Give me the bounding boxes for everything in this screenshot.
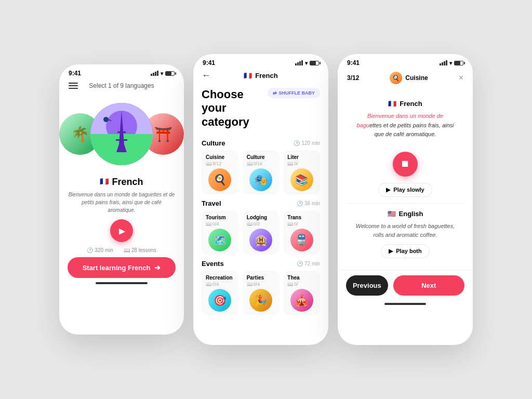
cat-name-parties: Parties — [247, 275, 275, 281]
p2-top: Choose your category ⇄ SHUFFLE BABY — [193, 84, 328, 135]
section-title-culture: Culture — [202, 139, 225, 147]
category-card-parties[interactable]: Parties 📖 0/4 🎉 — [243, 271, 280, 315]
language-desc-1: Bienvenue dans un monde de baguettes et … — [68, 191, 176, 214]
record-button[interactable] — [393, 152, 418, 177]
wifi-icon-1: ▾ — [161, 71, 163, 76]
signal-icon-2 — [295, 60, 303, 65]
status-icons-3: ▾ — [440, 60, 463, 66]
cat-name-tourism: Tourism — [206, 215, 234, 220]
phone-1: 9:41 ▾ Select 1 of 9 languages 🌴 — [59, 64, 184, 335]
french-section: 🇫🇷 French Bienvenue dans un monde de bag… — [346, 94, 464, 145]
cat-img-parties: 🎉 — [249, 289, 272, 312]
english-flag-row: 🇺🇸 English — [354, 210, 456, 218]
back-button[interactable]: ← — [202, 70, 211, 81]
cat-count-recreation: 📖 0/4 — [206, 282, 234, 287]
shuffle-label: SHUFFLE BABY — [279, 90, 315, 96]
language-carousel: 🌴 — [59, 98, 184, 170]
language-name-1: French — [112, 177, 143, 188]
cat-count-tourism: 📖 0/4 — [206, 221, 234, 227]
play-slowly-icon: ▶ — [386, 187, 390, 193]
play-button-1[interactable] — [110, 219, 133, 242]
battery-icon-1 — [165, 71, 175, 76]
start-learning-button[interactable]: Start learning French ➔ — [68, 257, 176, 278]
signal-icon-3 — [440, 60, 447, 65]
book-icon-1: 📖 — [124, 247, 130, 253]
section-title-travel: Travel — [202, 200, 221, 207]
arrow-icon: ➔ — [154, 263, 161, 272]
play-both-button[interactable]: ▶ Play both — [381, 244, 430, 258]
section-time-travel: 🕐 38 min — [297, 201, 320, 206]
cat-img-recreation: 🎯 — [208, 289, 231, 312]
choose-line2: your category — [202, 101, 249, 128]
cat-count-trans: 📖 0/ — [287, 221, 316, 227]
status-bar-3: 9:41 ▾ — [338, 54, 473, 69]
cat-count-lodging: 📖 0/2 — [247, 221, 275, 227]
play-both-icon: ▶ — [389, 248, 393, 255]
signal-icon-1 — [151, 71, 158, 76]
p1-title: Select 1 of 9 languages — [89, 82, 154, 89]
french-normal: ettes et de petits pains frais, ainsi qu… — [369, 122, 454, 138]
category-avatar: 🍳 — [390, 72, 402, 84]
p1-header: Select 1 of 9 languages — [59, 79, 184, 94]
category-card-culture[interactable]: Culture 📖 0/16 🎭 — [243, 150, 280, 194]
time-3: 9:41 — [347, 59, 360, 66]
p2-flag: 🇫🇷 — [244, 72, 252, 79]
category-card-tourism[interactable]: Tourism 📖 0/4 🗺️ — [202, 210, 238, 255]
section-time-events: 🕐 72 min — [297, 261, 320, 267]
home-indicator-1 — [96, 282, 148, 284]
phone-3: 9:41 ▾ 3/12 🍳 Cuisine × — [338, 54, 473, 345]
previous-button[interactable]: Previous — [346, 275, 388, 296]
cat-img-tourism: 🗺️ — [208, 229, 231, 251]
section-culture: Culture 🕐 120 min — [202, 139, 320, 147]
shuffle-button[interactable]: ⇄ SHUFFLE BABY — [268, 88, 321, 98]
category-card-cuisine[interactable]: Cuisine 📖 8/12 🍳 — [202, 150, 238, 194]
p2-language: French — [255, 72, 277, 79]
next-button[interactable]: Next — [393, 275, 464, 296]
p2-lang: 🇫🇷 French — [244, 72, 277, 79]
category-card-thea[interactable]: Thea 📖 0/ 🎪 — [283, 271, 320, 315]
english-label-3: English — [399, 210, 423, 218]
choose-row: Choose your category ⇄ SHUFFLE BABY — [202, 88, 320, 129]
category-card-trans[interactable]: Trans 📖 0/ 🚆 — [283, 210, 320, 255]
cat-img-trans: 🚆 — [290, 229, 313, 251]
cat-name-liter: Liter — [287, 154, 316, 160]
time-1: 9:41 — [69, 70, 81, 77]
categories-scroll[interactable]: Culture 🕐 120 min Cuisine 📖 8/12 🍳 Cultu… — [193, 135, 328, 345]
choose-line1: Choose — [202, 88, 244, 101]
cat-img-thea: 🎪 — [290, 289, 313, 312]
clock-icon-1: 🕐 — [87, 247, 93, 253]
battery-icon-3 — [454, 61, 463, 65]
section-divider — [346, 203, 464, 204]
play-slowly-label: Play slowly — [393, 187, 424, 193]
language-info: 🇫🇷 French Bienvenue dans un monde de bag… — [59, 175, 184, 214]
cat-img-culture: 🎭 — [249, 168, 272, 191]
french-text: Bienvenue dans un monde de baguettes et … — [354, 112, 456, 139]
start-btn-label: Start learning French — [83, 264, 151, 272]
cat-img-liter: 📚 — [290, 168, 313, 191]
category-card-liter[interactable]: Liter 📖 0/ 📚 — [283, 150, 320, 194]
english-section: 🇺🇸 English Welcome to a world of fresh b… — [346, 210, 464, 244]
status-icons-1: ▾ — [151, 71, 175, 76]
cat-count-cuisine: 📖 8/12 — [206, 161, 234, 166]
cat-count-liter: 📖 0/ — [287, 161, 316, 166]
section-title-events: Events — [202, 260, 224, 268]
choose-title: Choose your category — [202, 88, 268, 129]
choose-title-text: Choose your category — [202, 88, 268, 129]
p3-category: 🍳 Cuisine — [390, 72, 428, 84]
category-card-lodging[interactable]: Lodging 📖 0/2 🏨 — [243, 210, 280, 255]
p3-header: 3/12 🍳 Cuisine × — [338, 69, 473, 88]
culture-row: Cuisine 📖 8/12 🍳 Culture 📖 0/16 🎭 Liter … — [202, 150, 320, 194]
travel-row: Tourism 📖 0/4 🗺️ Lodging 📖 0/2 🏨 Trans 📖… — [202, 210, 320, 255]
french-flag-3: 🇫🇷 — [388, 100, 396, 108]
clock-icon-e: 🕐 — [297, 261, 303, 267]
navigation-buttons: Previous Next — [338, 270, 473, 300]
cat-name-trans: Trans — [287, 215, 316, 220]
cat-name-lodging: Lodging — [247, 215, 275, 220]
close-button[interactable]: × — [459, 73, 463, 83]
phones-container: 9:41 ▾ Select 1 of 9 languages 🌴 — [49, 33, 483, 366]
section-events: Events 🕐 72 min — [202, 260, 320, 268]
category-card-recreation[interactable]: Recreation 📖 0/4 🎯 — [202, 271, 238, 315]
menu-icon[interactable] — [69, 83, 78, 89]
play-slowly-button[interactable]: ▶ Play slowly — [378, 183, 432, 197]
flashcard-area: 🇫🇷 French Bienvenue dans un monde de bag… — [338, 88, 473, 270]
